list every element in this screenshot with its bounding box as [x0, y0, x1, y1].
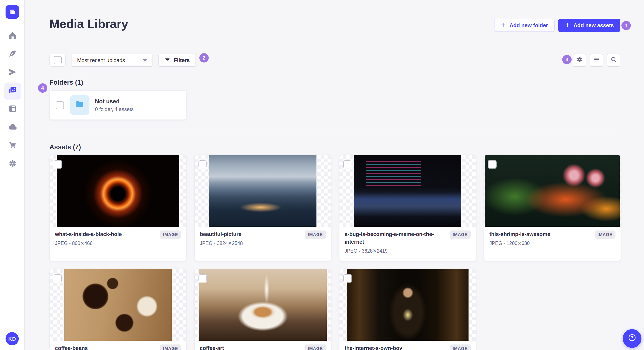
page-title: Media Library — [50, 17, 128, 31]
sidebar-nav — [0, 26, 25, 173]
sidebar-item-content[interactable] — [4, 46, 21, 63]
asset-type-badge: IMAGE — [450, 345, 471, 350]
asset-card-coffee-beans[interactable]: coffee-beans JPEG - 5021✕3347 IMAGE — [50, 269, 186, 350]
asset-card-shrimp[interactable]: this-shrimp-is-awesome JPEG - 1200✕630 I… — [484, 155, 621, 261]
folders-heading: Folders (1) — [50, 79, 83, 86]
sort-dropdown[interactable]: Most recent uploads — [72, 54, 152, 67]
asset-checkbox[interactable] — [343, 160, 352, 169]
add-new-folder-label: Add new folder — [510, 22, 548, 28]
list-view-button[interactable] — [590, 54, 603, 67]
folder-title: Not used — [95, 98, 134, 104]
asset-thumbnail-area — [195, 269, 331, 341]
annotation-badge-3: 3 — [562, 55, 572, 64]
search-icon — [610, 56, 617, 64]
asset-checkbox[interactable] — [343, 274, 352, 282]
asset-thumbnail-area — [50, 155, 186, 227]
cloud-icon — [8, 122, 17, 133]
add-new-assets-label: Add new assets — [574, 22, 614, 28]
question-mark-icon: ? — [628, 333, 637, 344]
filters-button-label: Filters — [174, 57, 190, 63]
plus-icon — [500, 22, 506, 29]
asset-title: coffee-beans — [55, 345, 154, 350]
sidebar-item-cloud[interactable] — [4, 119, 21, 136]
sidebar-item-settings[interactable] — [4, 156, 21, 173]
media-library-app: KD Media Library Add new folder Add new … — [0, 0, 644, 350]
asset-info: coffee-art JPEG - 5824✕3259 IMAGE — [195, 341, 331, 350]
filters-button[interactable]: Filters — [158, 54, 196, 67]
asset-checkbox[interactable] — [198, 160, 206, 169]
asset-thumbnail — [354, 155, 461, 227]
asset-thumbnail-area — [50, 269, 186, 341]
home-icon — [8, 31, 17, 41]
sort-dropdown-value: Most recent uploads — [77, 57, 125, 63]
folder-icon-container — [70, 95, 90, 115]
asset-card-beautiful-picture[interactable]: beautiful-picture JPEG - 3824✕2548 IMAGE — [194, 155, 331, 261]
folder-icon — [75, 100, 84, 111]
asset-meta: JPEG - 3628✕2419 — [344, 248, 471, 254]
asset-meta: JPEG - 1200✕630 — [490, 240, 616, 246]
sidebar-item-content-manager[interactable] — [4, 101, 21, 118]
asset-title: coffee-art — [200, 345, 300, 350]
cart-icon — [8, 141, 17, 151]
asset-title: beautiful-picture — [200, 230, 300, 238]
paper-plane-icon — [8, 67, 17, 78]
section-divider — [50, 132, 620, 132]
main-content: Media Library Add new folder Add new ass… — [25, 0, 644, 350]
asset-type-badge: IMAGE — [160, 345, 181, 350]
asset-checkbox[interactable] — [488, 160, 496, 169]
search-button[interactable] — [607, 54, 620, 67]
svg-text:?: ? — [631, 335, 633, 340]
add-new-folder-button[interactable]: Add new folder — [494, 19, 554, 32]
asset-grid: what-s-inside-a-black-hole JPEG - 800✕46… — [50, 155, 621, 350]
configure-view-button[interactable] — [573, 54, 586, 67]
plus-icon — [564, 22, 570, 29]
asset-meta: JPEG - 3824✕2548 — [200, 240, 326, 246]
sidebar-item-media-library[interactable] — [4, 82, 21, 100]
asset-card-bug-meme[interactable]: a-bug-is-becoming-a-meme-on-the-internet… — [339, 155, 476, 261]
asset-type-badge: IMAGE — [305, 230, 326, 239]
asset-title: this-shrimp-is-awesome — [490, 230, 589, 238]
gear-icon — [8, 159, 17, 170]
asset-thumbnail-area — [195, 155, 331, 227]
sidebar-item-releases[interactable] — [4, 64, 21, 81]
folder-checkbox[interactable] — [56, 101, 64, 109]
sidebar-item-home[interactable] — [4, 28, 21, 45]
help-button[interactable]: ? — [623, 329, 642, 348]
gear-icon — [576, 56, 583, 64]
strapi-logo-icon[interactable] — [6, 5, 19, 19]
asset-meta: JPEG - 800✕466 — [55, 240, 181, 246]
user-avatar[interactable]: KD — [6, 332, 19, 345]
folder-subtitle: 0 folder, 4 assets — [95, 106, 134, 112]
asset-checkbox[interactable] — [54, 160, 62, 169]
asset-type-badge: IMAGE — [594, 230, 616, 239]
asset-title: what-s-inside-a-black-hole — [55, 230, 154, 238]
layout-icon — [8, 104, 17, 115]
select-all-container — [50, 54, 66, 67]
asset-thumbnail — [57, 155, 179, 227]
asset-thumbnail-area — [340, 155, 476, 227]
asset-checkbox[interactable] — [198, 274, 206, 282]
chevron-down-icon — [143, 59, 147, 61]
logo-container — [0, 0, 25, 24]
asset-card-black-hole[interactable]: what-s-inside-a-black-hole JPEG - 800✕46… — [50, 155, 186, 261]
asset-thumbnail-area — [340, 269, 476, 341]
asset-info: beautiful-picture JPEG - 3824✕2548 IMAGE — [195, 227, 331, 246]
header-actions: Add new folder Add new assets — [494, 19, 620, 32]
sidebar: KD — [0, 0, 25, 350]
asset-thumbnail — [485, 155, 620, 227]
assets-heading: Assets (7) — [50, 143, 81, 151]
asset-type-badge: IMAGE — [305, 345, 326, 350]
asset-card-internet-own-boy[interactable]: the-internet-s-own-boy JPEG - 1200✕707 I… — [339, 269, 476, 350]
select-all-checkbox[interactable] — [54, 56, 62, 64]
folder-card[interactable]: Not used 0 folder, 4 assets — [50, 90, 186, 120]
add-new-assets-button[interactable]: Add new assets — [558, 19, 620, 32]
annotation-badge-2: 2 — [199, 53, 209, 62]
asset-info: this-shrimp-is-awesome JPEG - 1200✕630 I… — [484, 227, 620, 246]
asset-thumbnail — [347, 269, 468, 341]
filter-icon — [164, 57, 170, 64]
asset-checkbox[interactable] — [54, 274, 62, 282]
sidebar-item-marketplace[interactable] — [4, 137, 21, 154]
asset-card-coffee-art[interactable]: coffee-art JPEG - 5824✕3259 IMAGE — [194, 269, 331, 350]
asset-thumbnail — [64, 269, 172, 341]
asset-thumbnail — [209, 155, 316, 227]
